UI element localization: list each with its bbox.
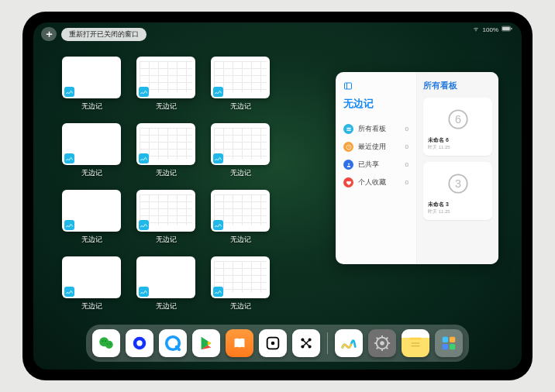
window-thumb[interactable]: 无边记: [210, 256, 271, 317]
freeform-icon: [64, 287, 74, 297]
qqbrowser-icon[interactable]: [159, 329, 187, 357]
window-thumb[interactable]: 无边记: [61, 123, 122, 184]
svg-line-33: [387, 348, 388, 349]
reopen-closed-window-pill[interactable]: 重新打开已关闭的窗口: [61, 28, 147, 41]
status-bar: 100%: [472, 26, 512, 33]
panel-title: 无边记: [343, 97, 408, 111]
svg-point-13: [102, 340, 104, 342]
svg-point-21: [271, 342, 275, 346]
freeform-icon: [213, 220, 223, 230]
freeform-panel[interactable]: ••• 无边记 所有看板 0 最近使用 0: [336, 72, 498, 264]
category-shared[interactable]: 已共享 0: [343, 156, 408, 174]
board-item[interactable]: 6 未命名 6 昨天 11:25: [423, 98, 492, 156]
svg-point-14: [105, 340, 106, 342]
dock: [86, 325, 469, 362]
dots-icon[interactable]: [292, 329, 320, 357]
board-item[interactable]: 3 未命名 3 昨天 11:25: [423, 162, 492, 220]
battery-icon: [502, 26, 512, 33]
svg-rect-36: [410, 338, 422, 340]
svg-point-6: [348, 163, 350, 164]
freeform-icon: [139, 153, 149, 163]
svg-rect-42: [450, 344, 455, 349]
svg-rect-2: [511, 28, 512, 30]
window-thumb[interactable]: 无边记: [61, 256, 122, 317]
settings-icon[interactable]: [368, 329, 396, 357]
svg-point-18: [136, 340, 142, 346]
quark-icon[interactable]: [126, 329, 153, 357]
freeform-icon: [64, 153, 74, 163]
app-switcher-grid: 无边记 无边记 无边记 无边记 无边记 无边记 无边记 无边记 无边记 无边记 …: [61, 57, 345, 317]
freeform-icon: [213, 153, 223, 163]
window-thumb[interactable]: 无边记: [61, 57, 122, 117]
window-thumb[interactable]: 无边记: [136, 256, 196, 317]
freeform-icon: [139, 220, 149, 230]
svg-point-27: [380, 341, 384, 346]
app-library-icon[interactable]: [435, 329, 463, 357]
freeform-icon: [213, 87, 223, 97]
freeform-icon: [139, 87, 149, 97]
freeform-app-icon[interactable]: [335, 329, 363, 357]
svg-rect-40: [450, 337, 455, 342]
window-thumb[interactable]: 无边记: [210, 57, 271, 117]
window-thumb[interactable]: 无边记: [61, 190, 122, 250]
freeform-icon: [64, 220, 74, 230]
window-thumb[interactable]: 无边记: [136, 190, 196, 250]
svg-rect-39: [443, 337, 448, 342]
category-recents[interactable]: 最近使用 0: [343, 138, 408, 156]
svg-line-34: [377, 348, 378, 349]
freeform-icon: [213, 287, 223, 297]
more-icon[interactable]: •••: [482, 72, 495, 75]
svg-rect-3: [345, 83, 352, 89]
freeform-icon: [64, 87, 74, 97]
panel-sidebar: 无边记 所有看板 0 最近使用 0 已共享 0: [336, 72, 417, 264]
play-icon[interactable]: [192, 329, 220, 357]
top-bar: ＋ 重新打开已关闭的窗口: [41, 27, 147, 41]
svg-line-35: [387, 338, 388, 339]
category-all-boards[interactable]: 所有看板 0: [343, 120, 408, 138]
svg-rect-41: [443, 344, 448, 349]
svg-line-32: [377, 338, 378, 339]
all-boards-icon: [343, 124, 353, 134]
dock-divider: [327, 332, 328, 354]
shared-icon: [343, 160, 353, 170]
screen: 100% ＋ 重新打开已关闭的窗口 无边记 无边记 无边记 无边记 无边记 无边…: [33, 22, 522, 370]
sidebar-toggle-icon[interactable]: [343, 80, 353, 94]
category-favorites[interactable]: 个人收藏 0: [343, 174, 408, 191]
svg-point-16: [110, 343, 111, 344]
dice-icon[interactable]: [259, 329, 287, 357]
battery-text: 100%: [483, 26, 498, 33]
window-thumb[interactable]: 无边记: [136, 57, 196, 117]
freeform-icon: [139, 287, 149, 297]
ipad-frame: 100% ＋ 重新打开已关闭的窗口 无边记 无边记 无边记 无边记 无边记 无边…: [22, 12, 533, 380]
window-thumb[interactable]: 无边记: [136, 123, 196, 184]
svg-text:3: 3: [454, 177, 460, 190]
svg-point-15: [107, 343, 108, 344]
wechat-icon[interactable]: [92, 329, 120, 357]
recents-icon: [343, 142, 353, 152]
new-window-button[interactable]: ＋: [41, 27, 57, 41]
board-preview: 3: [428, 167, 488, 201]
svg-point-12: [105, 341, 113, 349]
panel-right-title: 所有看板: [423, 80, 492, 91]
notes-icon[interactable]: [402, 329, 429, 357]
wifi-icon: [472, 26, 480, 33]
window-thumb[interactable]: 无边记: [210, 190, 271, 250]
favorites-icon: [343, 177, 353, 187]
svg-text:6: 6: [454, 113, 460, 126]
books-icon[interactable]: [226, 329, 253, 357]
svg-rect-1: [502, 27, 510, 30]
window-thumb[interactable]: 无边记: [210, 123, 271, 184]
board-preview: 6: [428, 102, 488, 136]
panel-content: 所有看板 6 未命名 6 昨天 11:25 3 未命名 3 昨天 11:25: [417, 72, 498, 264]
